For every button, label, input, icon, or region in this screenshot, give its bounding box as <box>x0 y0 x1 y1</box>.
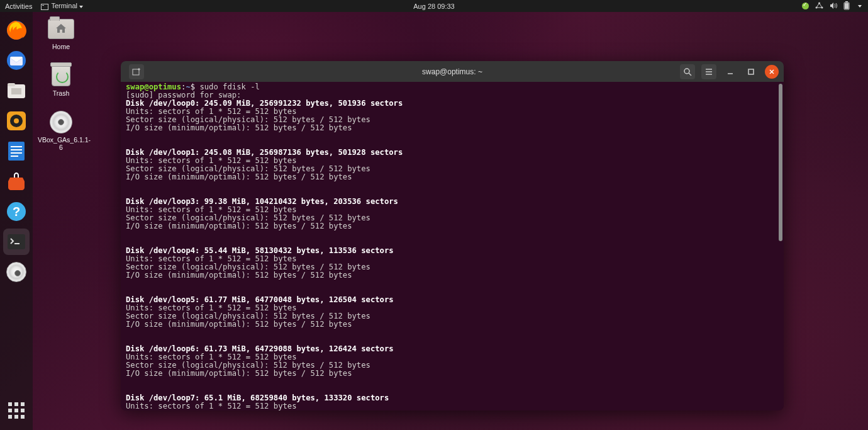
battery-icon[interactable] <box>843 1 850 11</box>
output-line: Sector size (logical/physical): 512 byte… <box>126 312 370 320</box>
prompt-dollar: $ <box>191 82 200 91</box>
output-line: I/O size (minimum/optimal): 512 bytes / … <box>126 320 352 329</box>
terminal-window: swap@optimus: ~ swap@optimus:~$ <box>121 61 784 410</box>
svg-rect-24 <box>8 234 25 249</box>
svg-rect-17 <box>8 142 25 161</box>
dock-terminal[interactable] <box>3 229 30 255</box>
desktop-icon-home[interactable]: Home <box>38 17 84 50</box>
new-tab-button[interactable] <box>129 64 144 79</box>
svg-rect-20 <box>11 152 22 154</box>
close-button[interactable] <box>765 65 779 79</box>
activities-button[interactable]: Activities <box>5 3 32 10</box>
network-icon[interactable] <box>815 2 823 11</box>
apps-grid-icon <box>8 402 25 419</box>
output-line: Units: sectors of 1 * 512 = 512 bytes <box>126 107 297 116</box>
disk-header: Disk /dev/loop5: 61.77 MiB, 64770048 byt… <box>126 295 394 304</box>
output-line: I/O size (minimum/optimal): 512 bytes / … <box>126 173 352 181</box>
dock-software[interactable] <box>3 168 30 195</box>
disk-header: Disk /dev/loop7: 65.1 MiB, 68259840 byte… <box>126 393 389 402</box>
dock-libreoffice-writer[interactable] <box>3 138 30 164</box>
disc-icon <box>6 262 26 282</box>
output-line: I/O size (minimum/optimal): 512 bytes / … <box>126 222 352 230</box>
trash-icon <box>52 65 70 86</box>
disk-header: Disk /dev/loop0: 245.09 MiB, 256991232 b… <box>126 99 403 108</box>
svg-rect-21 <box>11 156 18 157</box>
desktop-icon-label: Trash <box>38 89 84 97</box>
scrollbar-thumb[interactable] <box>779 84 782 241</box>
svg-rect-12 <box>8 83 15 86</box>
desktop-icon-vbox[interactable]: VBox_GAs_6.1.1-6 <box>38 110 84 151</box>
output-line: Units: sectors of 1 * 512 = 512 bytes <box>126 254 297 263</box>
disk-header: Disk /dev/loop6: 61.73 MiB, 64729088 byt… <box>126 344 394 353</box>
disk-header: Disk /dev/loop1: 245.08 MiB, 256987136 b… <box>126 148 403 157</box>
chevron-down-icon <box>79 6 83 8</box>
dock-files[interactable] <box>3 77 30 104</box>
clock[interactable]: Aug 28 09:33 <box>413 3 454 10</box>
svg-text:?: ? <box>13 205 20 218</box>
top-panel: Activities Terminal Aug 28 09:33 <box>0 0 868 12</box>
folder-icon <box>48 19 74 39</box>
output-line: Sector size (logical/physical): 512 byte… <box>126 263 370 271</box>
volume-icon[interactable] <box>830 2 837 11</box>
svg-point-7 <box>684 69 689 74</box>
app-menu-label: Terminal <box>51 2 77 9</box>
svg-point-16 <box>14 118 19 123</box>
output-line: Units: sectors of 1 * 512 = 512 bytes <box>126 353 297 361</box>
output-line: I/O size (minimum/optimal): 512 bytes / … <box>126 271 352 280</box>
output-line: Sector size (logical/physical): 512 byte… <box>126 164 370 173</box>
system-menu-chevron-icon[interactable] <box>858 5 862 8</box>
output-line: Sector size (logical/physical): 512 byte… <box>126 115 370 124</box>
svg-rect-18 <box>11 146 22 147</box>
prompt-path: ~ <box>186 82 190 91</box>
terminal-body[interactable]: swap@optimus:~$ sudo fdisk -l [sudo] pas… <box>121 82 784 410</box>
svg-rect-6 <box>133 69 139 75</box>
output-line: Units: sectors of 1 * 512 = 512 bytes <box>126 156 297 165</box>
dock-help[interactable]: ? <box>3 198 30 225</box>
output-line: Units: sectors of 1 * 512 = 512 bytes <box>126 205 297 214</box>
prompt-user: swap@optimus <box>126 82 181 91</box>
disk-header: Disk /dev/loop4: 55.44 MiB, 58130432 byt… <box>126 246 394 255</box>
search-button[interactable] <box>680 64 695 79</box>
terminal-title: swap@optimus: ~ <box>422 67 482 76</box>
update-available-icon[interactable] <box>802 3 809 9</box>
command-text: sudo fdisk -l <box>199 82 259 91</box>
disk-header: Disk /dev/loop3: 99.38 MiB, 104210432 by… <box>126 197 398 206</box>
terminal-icon <box>41 4 48 10</box>
dock-thunderbird[interactable] <box>3 47 30 74</box>
dock-rhythmbox[interactable] <box>3 108 30 134</box>
app-menu-button[interactable]: Terminal <box>41 2 83 9</box>
desktop-icon-label: Home <box>38 43 84 50</box>
output-line: Sector size (logical/physical): 512 byte… <box>126 361 370 370</box>
terminal-titlebar[interactable]: swap@optimus: ~ <box>121 61 784 82</box>
svg-rect-8 <box>748 69 754 74</box>
dock-firefox[interactable] <box>3 17 30 43</box>
svg-rect-5 <box>845 3 849 9</box>
desktop-icon-trash[interactable]: Trash <box>38 64 84 97</box>
maximize-button[interactable] <box>744 65 758 79</box>
desktop[interactable]: Home Trash VBox_GAs_6.1.1-6 swap@optimus… <box>0 12 868 430</box>
minimize-button[interactable] <box>723 65 737 79</box>
show-applications-button[interactable] <box>3 397 30 424</box>
output-line: I/O size (minimum/optimal): 512 bytes / … <box>126 369 352 378</box>
output-line: I/O size (minimum/optimal): 512 bytes / … <box>126 123 352 132</box>
svg-rect-4 <box>845 1 848 3</box>
sudo-prompt: [sudo] password for swap: <box>126 91 241 99</box>
output-line: Units: sectors of 1 * 512 = 512 bytes <box>126 303 297 312</box>
svg-rect-13 <box>11 88 21 94</box>
hamburger-menu-button[interactable] <box>701 64 716 79</box>
dock-disc[interactable] <box>3 259 30 285</box>
output-line: Units: sectors of 1 * 512 = 512 bytes <box>126 402 297 410</box>
disc-icon <box>50 111 72 133</box>
desktop-icon-label: VBox_GAs_6.1.1-6 <box>38 136 84 151</box>
svg-rect-19 <box>11 149 22 150</box>
output-line: Sector size (logical/physical): 512 byte… <box>126 213 370 222</box>
dock: ? <box>0 12 33 430</box>
